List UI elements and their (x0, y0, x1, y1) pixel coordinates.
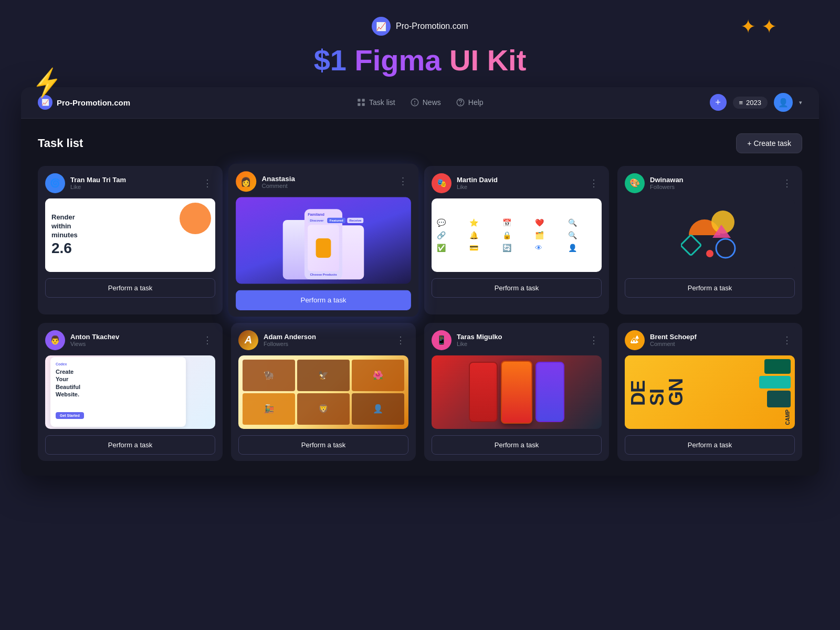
card-8-user: 🏕 Brent Schoepf Comment (625, 330, 697, 350)
card-4-image (625, 198, 795, 272)
card-4-avatar: 🎨 (625, 173, 645, 193)
card-1-image: Renderwithinminutes 2.6 (45, 198, 215, 272)
nav-news-label: News (423, 98, 441, 107)
card-6-user: A Adam Anderson Followers (238, 330, 316, 350)
navbar: 📈 Pro-Promotion.com Task list News (21, 87, 819, 119)
card-5-user: 👨 Anton Tkachev Views (45, 330, 119, 350)
svg-point-8 (460, 104, 460, 104)
card-4-username: Dwinawan (650, 176, 684, 184)
card-3-avatar: 🎭 (432, 173, 452, 193)
card-8: 🏕 Brent Schoepf Comment ⋮ DESIGN (617, 323, 802, 461)
shapes-svg (681, 206, 739, 264)
card-7-avatar: 📱 (432, 330, 452, 350)
title-ui: UI (449, 44, 479, 77)
card-6-header: A Adam Anderson Followers ⋮ (231, 323, 416, 355)
svg-rect-3 (362, 103, 364, 106)
card-3-footer: Perform a task (424, 272, 609, 304)
app-window: 📈 Pro-Promotion.com Task list News (21, 87, 819, 476)
nav-item-tasklist[interactable]: Task list (356, 98, 395, 107)
icon-grid-item: ⭐ (469, 218, 498, 227)
card-2-menu[interactable]: ⋮ (395, 174, 411, 188)
card-6-footer: Perform a task (231, 429, 416, 461)
svg-point-13 (706, 250, 713, 257)
card-8-footer: Perform a task (617, 429, 802, 461)
nav-item-news[interactable]: News (410, 98, 441, 107)
card-8-header: 🏕 Brent Schoepf Comment ⋮ (617, 323, 802, 355)
promo-logo-row: 📈 Pro-Promotion.com (372, 17, 468, 36)
card-2-image: Familand Discover Featured Receive Choos… (236, 197, 411, 284)
card-1-task-button[interactable]: Perform a task (45, 278, 215, 298)
svg-rect-11 (681, 235, 701, 256)
card-6-action: Followers (264, 341, 316, 347)
card-3-menu[interactable]: ⋮ (586, 176, 602, 190)
promo-header: ✦ ✦ ⚡ 📈 Pro-Promotion.com $1 Figma UI Ki… (0, 0, 840, 87)
icon-grid-item: 💳 (469, 244, 498, 252)
section-title: Task list (38, 136, 83, 150)
card-7-user: 📱 Taras Migulko Like (432, 330, 502, 350)
card-4-menu[interactable]: ⋮ (779, 176, 795, 190)
card-3-username: Martin David (457, 176, 498, 184)
card-6-info: Adam Anderson Followers (264, 333, 316, 347)
card-4-task-button[interactable]: Perform a task (625, 278, 795, 298)
app-screens: Familand Discover Featured Receive Choos… (236, 197, 411, 284)
promo-title: $1 Figma UI Kit (314, 44, 527, 77)
card-6-task-button[interactable]: Perform a task (238, 435, 408, 455)
nav-item-help[interactable]: Help (456, 98, 484, 107)
icon-grid-item: 📅 (502, 218, 531, 227)
svg-rect-0 (358, 99, 360, 101)
card-2: 👩 Anastasia Comment ⋮ Familand (228, 163, 419, 316)
card-2-footer: Perform a task (228, 284, 419, 317)
card-1-menu[interactable]: ⋮ (200, 176, 215, 190)
chevron-down-icon[interactable]: ▾ (799, 99, 802, 106)
card-6-menu[interactable]: ⋮ (393, 333, 408, 347)
card-8-action: Comment (650, 341, 697, 347)
nav-brand-text: Pro-Promotion.com (57, 98, 130, 107)
news-icon (410, 98, 419, 107)
card-4-action: Followers (650, 184, 684, 190)
card-5-username: Anton Tkachev (70, 333, 119, 341)
card-7-image (432, 355, 602, 429)
card-8-task-button[interactable]: Perform a task (625, 435, 795, 455)
nav-items: Task list News Help (356, 98, 484, 107)
main-content: Task list + Create task 🌀 Tran Mau Tri T… (21, 119, 819, 476)
render-content: Renderwithinminutes 2.6 (45, 198, 215, 272)
icon-grid-item: 🗂️ (535, 231, 563, 239)
card-1: 🌀 Tran Mau Tri Tam Like ⋮ Renderwithinmi… (38, 166, 223, 314)
stack-icon: ≡ (739, 99, 743, 107)
create-task-button[interactable]: + Create task (736, 133, 802, 153)
card-2-username: Anastasia (262, 174, 295, 182)
year-badge[interactable]: ≡ 2023 (733, 97, 768, 109)
card-8-menu[interactable]: ⋮ (779, 333, 795, 347)
screen-main: Familand Discover Featured Receive Choos… (304, 209, 342, 279)
icon-grid-item: 👁 (535, 244, 563, 252)
svg-point-12 (716, 239, 735, 258)
card-7-info: Taras Migulko Like (457, 333, 502, 347)
card-5-info: Anton Tkachev Views (70, 333, 119, 347)
card-7-task-button[interactable]: Perform a task (432, 435, 602, 455)
card-7-header: 📱 Taras Migulko Like ⋮ (424, 323, 609, 355)
card-3-task-button[interactable]: Perform a task (432, 278, 602, 298)
card-1-footer: Perform a task (38, 272, 223, 304)
icon-grid-item: 🔍 (568, 231, 596, 239)
add-button[interactable]: + (710, 94, 727, 111)
user-avatar[interactable]: 👤 (774, 93, 793, 112)
svg-rect-1 (362, 99, 364, 101)
icon-grid-item: 💬 (437, 218, 465, 227)
card-2-task-button[interactable]: Perform a task (236, 290, 411, 310)
nav-brand[interactable]: 📈 Pro-Promotion.com (38, 95, 130, 110)
card-5-menu[interactable]: ⋮ (200, 333, 215, 347)
nav-tasklist-label: Task list (369, 98, 395, 107)
card-7-menu[interactable]: ⋮ (586, 333, 602, 347)
icon-grid-item: 🔔 (469, 231, 498, 239)
render-number: 2.6 (51, 240, 72, 257)
card-3-info: Martin David Like (457, 176, 498, 190)
card-5-task-button[interactable]: Perform a task (45, 435, 215, 455)
website-content: Codex CreateYourBeautifulWebsite. Get St… (45, 355, 215, 429)
card-3: 🎭 Martin David Like ⋮ 💬 ⭐ 📅 ❤️ 🔍 (424, 166, 609, 314)
card-5-avatar: 👨 (45, 330, 65, 350)
card-5-header: 👨 Anton Tkachev Views ⋮ (38, 323, 223, 355)
card-7: 📱 Taras Migulko Like ⋮ (424, 323, 609, 461)
render-text: Renderwithinminutes (51, 213, 78, 240)
card-3-user: 🎭 Martin David Like (432, 173, 498, 193)
svg-point-6 (414, 104, 415, 104)
